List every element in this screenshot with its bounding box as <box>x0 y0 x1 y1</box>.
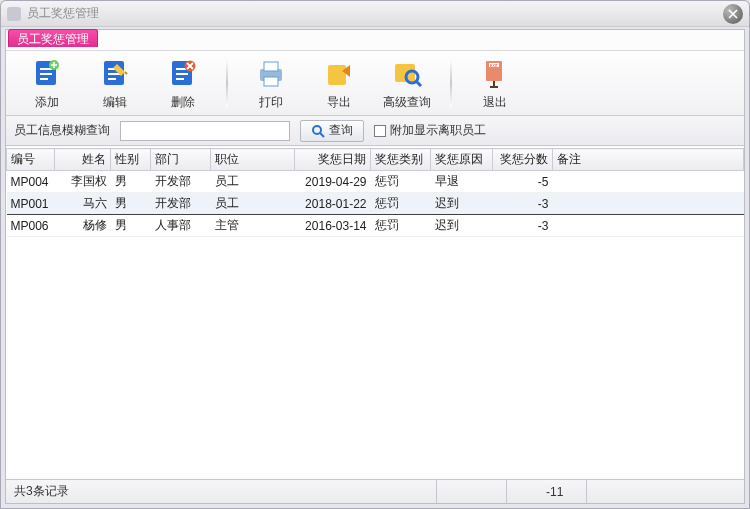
table-row[interactable]: MP006杨修男人事部主管2016-03-14惩罚迟到-3 <box>7 215 744 237</box>
svg-rect-6 <box>264 62 278 71</box>
delete-label: 删除 <box>171 94 195 111</box>
svg-point-14 <box>313 126 321 134</box>
col-id[interactable]: 编号 <box>7 149 55 171</box>
col-sex[interactable]: 性别 <box>111 149 151 171</box>
cell-pos: 员工 <box>211 171 295 193</box>
col-note[interactable]: 备注 <box>553 149 744 171</box>
search-label: 员工信息模糊查询 <box>14 122 110 139</box>
status-separator <box>506 480 507 503</box>
cell-id: MP006 <box>7 215 55 237</box>
cell-type: 惩罚 <box>371 171 431 193</box>
svg-text:EXIT: EXIT <box>490 63 499 67</box>
window-close-button[interactable] <box>723 4 743 24</box>
search-icon <box>311 124 325 138</box>
cell-reason: 迟到 <box>431 215 493 237</box>
window-title: 员工奖惩管理 <box>27 5 99 22</box>
cell-date: 2018-01-22 <box>295 193 371 215</box>
cell-reason: 迟到 <box>431 193 493 215</box>
col-reason[interactable]: 奖惩原因 <box>431 149 493 171</box>
edit-icon <box>97 56 133 92</box>
exit-icon: EXIT <box>477 56 513 92</box>
cell-pos: 主管 <box>211 215 295 237</box>
close-icon <box>728 9 738 19</box>
advanced-query-button[interactable]: 高级查询 <box>378 56 436 111</box>
cell-name: 马六 <box>55 193 111 215</box>
cell-sex: 男 <box>111 215 151 237</box>
query-label: 查询 <box>329 122 353 139</box>
exit-button[interactable]: EXIT 退出 <box>466 56 524 111</box>
advanced-query-label: 高级查询 <box>383 94 431 111</box>
cell-name: 李国权 <box>55 171 111 193</box>
tab-rewards[interactable]: 员工奖惩管理 <box>8 29 98 47</box>
cell-pos: 员工 <box>211 193 295 215</box>
cell-dept: 开发部 <box>151 193 211 215</box>
cell-dept: 开发部 <box>151 171 211 193</box>
record-count: 共3条记录 <box>14 483 69 500</box>
col-score[interactable]: 奖惩分数 <box>493 149 553 171</box>
query-button[interactable]: 查询 <box>300 120 364 142</box>
print-button[interactable]: 打印 <box>242 56 300 111</box>
svg-rect-8 <box>328 65 346 85</box>
main-toolbar: 添加 编辑 删除 打印 <box>6 50 744 116</box>
toolbar-separator <box>450 59 452 107</box>
cell-sex: 男 <box>111 171 151 193</box>
add-label: 添加 <box>35 94 59 111</box>
search-bar: 员工信息模糊查询 查询 附加显示离职员工 <box>6 116 744 146</box>
grid-header: 编号 姓名 性别 部门 职位 奖惩日期 奖惩类别 奖惩原因 奖惩分数 备注 <box>7 149 744 171</box>
table-row[interactable]: MP001马六男开发部员工2018-01-22惩罚迟到-3 <box>7 193 744 215</box>
cell-note <box>553 171 744 193</box>
col-dept[interactable]: 部门 <box>151 149 211 171</box>
status-separator <box>436 480 437 503</box>
search-input[interactable] <box>120 121 290 141</box>
table-row[interactable]: MP004李国权男开发部员工2019-04-29惩罚早退-5 <box>7 171 744 193</box>
cell-type: 惩罚 <box>371 193 431 215</box>
data-grid[interactable]: 编号 姓名 性别 部门 职位 奖惩日期 奖惩类别 奖惩原因 奖惩分数 备注 MP… <box>6 148 744 477</box>
cell-date: 2019-04-29 <box>295 171 371 193</box>
svg-rect-7 <box>264 77 278 86</box>
app-window: 员工奖惩管理 员工奖惩管理 添加 编辑 <box>0 0 750 509</box>
col-date[interactable]: 奖惩日期 <box>295 149 371 171</box>
cell-id: MP004 <box>7 171 55 193</box>
score-sum: -11 <box>546 485 563 499</box>
grid-body: MP004李国权男开发部员工2019-04-29惩罚早退-5MP001马六男开发… <box>7 171 744 237</box>
cell-type: 惩罚 <box>371 215 431 237</box>
cell-score: -3 <box>493 215 553 237</box>
print-icon <box>253 56 289 92</box>
checkbox-label: 附加显示离职员工 <box>390 122 486 139</box>
cell-dept: 人事部 <box>151 215 211 237</box>
cell-name: 杨修 <box>55 215 111 237</box>
show-resigned-checkbox[interactable]: 附加显示离职员工 <box>374 122 486 139</box>
col-type[interactable]: 奖惩类别 <box>371 149 431 171</box>
cell-note <box>553 215 744 237</box>
cell-score: -5 <box>493 171 553 193</box>
status-separator <box>586 480 587 503</box>
edit-label: 编辑 <box>103 94 127 111</box>
cell-date: 2016-03-14 <box>295 215 371 237</box>
cell-id: MP001 <box>7 193 55 215</box>
cell-sex: 男 <box>111 193 151 215</box>
print-label: 打印 <box>259 94 283 111</box>
advanced-query-icon <box>389 56 425 92</box>
cell-reason: 早退 <box>431 171 493 193</box>
app-icon <box>7 7 21 21</box>
exit-label: 退出 <box>483 94 507 111</box>
tab-label: 员工奖惩管理 <box>17 32 89 46</box>
add-icon <box>29 56 65 92</box>
toolbar-separator <box>226 59 228 107</box>
delete-button[interactable]: 删除 <box>154 56 212 111</box>
add-button[interactable]: 添加 <box>18 56 76 111</box>
col-pos[interactable]: 职位 <box>211 149 295 171</box>
status-bar: 共3条记录 -11 <box>6 479 744 503</box>
title-bar: 员工奖惩管理 <box>1 1 749 27</box>
edit-button[interactable]: 编辑 <box>86 56 144 111</box>
checkbox-box <box>374 125 386 137</box>
cell-note <box>553 193 744 215</box>
client-area: 员工奖惩管理 添加 编辑 删除 <box>5 29 745 504</box>
delete-icon <box>165 56 201 92</box>
cell-score: -3 <box>493 193 553 215</box>
export-icon <box>321 56 357 92</box>
col-name[interactable]: 姓名 <box>55 149 111 171</box>
export-button[interactable]: 导出 <box>310 56 368 111</box>
export-label: 导出 <box>327 94 351 111</box>
